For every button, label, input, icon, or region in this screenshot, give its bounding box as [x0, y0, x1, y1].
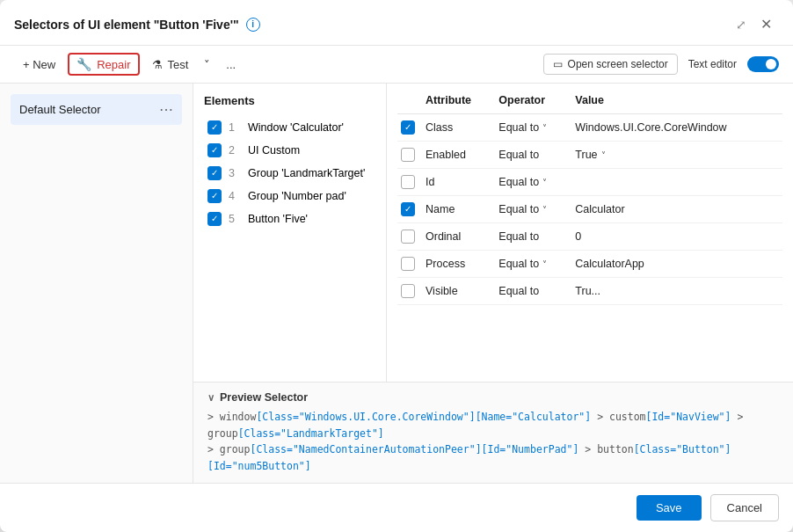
chevron-down-icon: ˅	[204, 58, 210, 71]
operator-dropdown-arrow[interactable]: ˅	[542, 178, 547, 187]
element-index: 3	[229, 167, 241, 179]
preview-section: ∨ Preview Selector > window[Class="Windo…	[193, 382, 793, 483]
attr-checkbox[interactable]	[401, 230, 415, 244]
attr-row-check-cell	[397, 278, 422, 305]
save-button[interactable]: Save	[637, 495, 702, 521]
attr-value-cell: Tru...	[571, 278, 782, 305]
attr-value-cell: True˅	[571, 142, 782, 169]
value-col-header: Value	[571, 94, 782, 114]
element-label: Group 'Number pad'	[248, 190, 346, 202]
attr-operator-cell: Equal to	[495, 142, 571, 169]
attr-checkbox[interactable]	[401, 148, 415, 162]
attr-operator-label: Equal to	[498, 203, 539, 215]
footer: Save Cancel	[0, 483, 793, 532]
selector-options-icon[interactable]: ⋯	[159, 101, 173, 118]
attr-operator-label: Equal to	[498, 285, 539, 297]
attribute-row: EnabledEqual toTrue˅	[397, 142, 782, 169]
toolbar-right: ▭ Open screen selector Text editor	[543, 54, 779, 75]
repair-icon: 🔧	[76, 57, 91, 71]
close-button[interactable]: ✕	[753, 12, 779, 36]
elements-title: Elements	[204, 94, 375, 107]
test-label: Test	[168, 58, 189, 71]
attr-row-check-cell	[397, 251, 422, 278]
attributes-body: ClassEqual to ˅Windows.UI.Core.CoreWindo…	[397, 114, 782, 305]
attr-value-cell: Windows.UI.Core.CoreWindow	[571, 114, 782, 142]
attr-operator-label: Equal to	[498, 230, 539, 243]
element-item[interactable]: 4Group 'Number pad'	[204, 185, 375, 208]
attr-value-cell	[571, 169, 782, 196]
open-screen-button[interactable]: ▭ Open screen selector	[543, 54, 678, 75]
resize-icon: ⤢	[736, 18, 746, 32]
repair-button[interactable]: 🔧 Repair	[68, 53, 139, 76]
element-label: Group 'LandmarkTarget'	[248, 167, 365, 179]
element-checkbox[interactable]	[207, 189, 222, 203]
operator-dropdown-arrow[interactable]: ˅	[542, 205, 547, 215]
test-icon: ⚗	[152, 58, 163, 71]
toolbar: + New 🔧 Repair ⚗ Test ˅ ... ▭ Open scree…	[0, 46, 793, 84]
attr-value-cell: 0	[571, 223, 782, 251]
attr-value-cell: Calculator	[571, 196, 782, 223]
attr-name-cell: Enabled	[422, 142, 495, 169]
attr-checkbox[interactable]	[401, 257, 415, 271]
attribute-row: IdEqual to ˅	[397, 169, 782, 196]
attr-checkbox[interactable]	[401, 284, 415, 298]
element-checkbox[interactable]	[207, 166, 222, 180]
main-content: Default Selector ⋯ Elements 1Window 'Cal…	[0, 84, 793, 483]
elements-list: Elements 1Window 'Calculator'2UI Custom3…	[193, 84, 387, 382]
attr-operator-label: Equal to	[498, 258, 539, 270]
text-editor-label: Text editor	[688, 58, 737, 70]
more-button[interactable]: ...	[217, 54, 244, 76]
operator-dropdown-arrow[interactable]: ˅	[542, 259, 547, 269]
operator-dropdown-arrow[interactable]: ˅	[542, 123, 547, 133]
element-index: 1	[229, 121, 241, 134]
left-panel: Default Selector ⋯	[0, 84, 193, 483]
preview-header[interactable]: ∨ Preview Selector	[207, 391, 779, 404]
element-index: 2	[229, 144, 241, 157]
attr-checkbox[interactable]	[401, 202, 415, 216]
attribute-row: VisibleEqual toTru...	[397, 278, 782, 305]
info-icon[interactable]: i	[246, 18, 260, 32]
value-dropdown-arrow[interactable]: ˅	[601, 150, 606, 160]
attr-operator-cell: Equal to ˅	[495, 169, 571, 196]
attr-name-cell: Visible	[422, 278, 495, 305]
attr-checkbox[interactable]	[401, 175, 415, 189]
element-checkbox[interactable]	[207, 212, 222, 226]
attribute-row: ClassEqual to ˅Windows.UI.Core.CoreWindo…	[397, 114, 782, 142]
new-button[interactable]: + New	[14, 54, 64, 76]
element-label: Button 'Five'	[248, 213, 308, 225]
element-checkbox[interactable]	[207, 120, 222, 135]
attr-row-check-cell	[397, 169, 422, 196]
attribute-col-header: Attribute	[422, 94, 495, 114]
element-item[interactable]: 1Window 'Calculator'	[204, 116, 375, 139]
test-button[interactable]: ⚗ Test	[143, 54, 198, 76]
element-item[interactable]: 5Button 'Five'	[204, 208, 375, 230]
attribute-row: ProcessEqual to ˅CalculatorApp	[397, 251, 782, 278]
new-label: + New	[23, 58, 55, 71]
cancel-button[interactable]: Cancel	[710, 494, 779, 521]
text-editor-toggle[interactable]	[747, 56, 779, 72]
element-label: UI Custom	[248, 144, 300, 157]
right-panel: Elements 1Window 'Calculator'2UI Custom3…	[193, 84, 793, 483]
chevron-down-button[interactable]: ˅	[200, 54, 214, 76]
attr-operator-label: Equal to	[498, 176, 539, 188]
attributes-section: Attribute Operator Value ClassEqual to ˅…	[387, 84, 793, 382]
element-checkbox[interactable]	[207, 143, 222, 157]
elements-section: Elements 1Window 'Calculator'2UI Custom3…	[193, 84, 793, 382]
elements-container: 1Window 'Calculator'2UI Custom3Group 'La…	[204, 116, 375, 230]
dialog-title: Selectors of UI element "Button 'Five'"	[14, 18, 239, 32]
element-item[interactable]: 2UI Custom	[204, 139, 375, 162]
attr-operator-label: Equal to	[498, 149, 539, 161]
title-bar: Selectors of UI element "Button 'Five'" …	[0, 0, 793, 46]
element-item[interactable]: 3Group 'LandmarkTarget'	[204, 162, 375, 185]
attr-checkbox[interactable]	[401, 120, 415, 135]
operator-col-header: Operator	[495, 94, 571, 114]
attr-row-check-cell	[397, 196, 422, 223]
attributes-table: Attribute Operator Value ClassEqual to ˅…	[397, 94, 782, 305]
attr-value-cell: CalculatorApp	[571, 251, 782, 278]
attr-name-cell: Name	[422, 196, 495, 223]
attr-name-cell: Ordinal	[422, 223, 495, 251]
default-selector-item[interactable]: Default Selector ⋯	[11, 94, 182, 125]
attr-name-cell: Class	[422, 114, 495, 142]
element-index: 5	[229, 213, 241, 225]
selector-item-label: Default Selector	[19, 103, 101, 116]
